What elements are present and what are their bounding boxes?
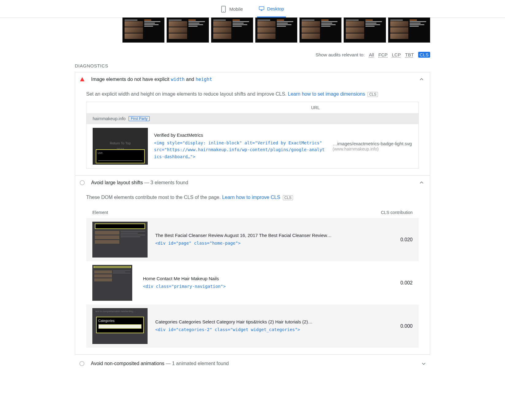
element-cell: The Best Facial Cleanser Review August 1… bbox=[155, 233, 377, 246]
audit-layout-shifts-title: Avoid large layout shifts — 3 elements f… bbox=[91, 180, 188, 185]
filter-all[interactable]: All bbox=[369, 52, 374, 57]
element-cell: Categories Categories Select Category Ha… bbox=[155, 319, 377, 333]
audit-non-composited-header[interactable]: Avoid non-composited animations — 1 anim… bbox=[75, 355, 430, 372]
tab-mobile-label: Mobile bbox=[229, 6, 243, 12]
element-screenshot: Return To Top 2023 use. bbox=[93, 128, 148, 165]
audit-description: These DOM elements contribute most to th… bbox=[86, 190, 419, 205]
table-row: The Best Facial Cleanser Review August 1… bbox=[86, 218, 419, 261]
url-table: URL hairnmakeup.info First Party Return … bbox=[86, 102, 419, 169]
chevron-up-icon bbox=[419, 77, 424, 82]
audit-layout-shifts-body: These DOM elements contribute most to th… bbox=[75, 190, 430, 354]
svg-point-3 bbox=[80, 181, 84, 185]
filter-lcp[interactable]: LCP bbox=[392, 52, 401, 57]
element-screenshot bbox=[92, 265, 132, 301]
learn-link[interactable]: Learn how to improve CLS bbox=[222, 195, 280, 200]
learn-link[interactable]: Learn how to set image dimensions bbox=[288, 91, 365, 97]
table-row: text in comprehensible handwriting… Cate… bbox=[86, 304, 419, 348]
table-row: Return To Top 2023 use. Verified by Exac… bbox=[87, 124, 418, 168]
cls-value: 0.002 bbox=[385, 280, 413, 286]
svg-rect-2 bbox=[259, 7, 264, 10]
filmstrip-frame bbox=[344, 17, 386, 43]
chevron-up-icon bbox=[419, 181, 424, 185]
filmstrip-frame bbox=[388, 17, 430, 43]
cls-badge: CLS bbox=[283, 195, 293, 200]
audit-non-composited-title: Avoid non-composited animations — 1 anim… bbox=[91, 361, 229, 366]
filmstrip-frame bbox=[255, 17, 297, 43]
filter-fcp[interactable]: FCP bbox=[378, 52, 387, 57]
device-tabs: Mobile Desktop bbox=[0, 0, 505, 18]
filmstrip-frame bbox=[211, 17, 253, 43]
mobile-icon bbox=[221, 6, 226, 13]
domain-group: hairnmakeup.info First Party bbox=[87, 113, 418, 124]
cls-value: 0.020 bbox=[385, 237, 413, 242]
element-cell: Verified by ExactMetrics <img style="dis… bbox=[154, 132, 326, 160]
filmstrip-frame bbox=[122, 17, 164, 43]
filmstrip-frame bbox=[299, 17, 341, 43]
table-head: Element CLS contribution bbox=[86, 207, 419, 218]
tab-desktop-label: Desktop bbox=[267, 6, 284, 11]
info-icon bbox=[79, 361, 85, 366]
audit-layout-shifts-header[interactable]: Avoid large layout shifts — 3 elements f… bbox=[75, 175, 430, 190]
tab-mobile[interactable]: Mobile bbox=[219, 5, 245, 17]
chevron-down-icon bbox=[422, 361, 426, 366]
filter-cls[interactable]: CLS bbox=[418, 52, 430, 58]
code-snippet: <img style="display: inline-block" alt="… bbox=[154, 139, 326, 160]
first-party-badge: First Party bbox=[129, 116, 150, 121]
code-snippet: <div id="page" class="home-page"> bbox=[155, 240, 377, 246]
filmstrip-frame bbox=[167, 17, 209, 43]
element-screenshot: text in comprehensible handwriting… Cate… bbox=[92, 308, 148, 344]
audit-image-dimensions-title: Image elements do not have explicit widt… bbox=[91, 77, 212, 82]
diagnostics-heading: DIAGNOSTICS bbox=[75, 61, 430, 72]
element-cell: Home Contact Me Hair Makeup Nails <div c… bbox=[143, 276, 377, 290]
audit-image-dimensions-body: Set an explicit width and height on imag… bbox=[75, 86, 430, 175]
info-icon bbox=[79, 180, 85, 185]
fail-icon bbox=[79, 77, 85, 82]
table-head: URL bbox=[87, 102, 418, 113]
audit-image-dimensions-header[interactable]: Image elements do not have explicit widt… bbox=[75, 72, 430, 86]
svg-point-1 bbox=[223, 11, 224, 12]
code-snippet: <div class="primary-navigation"> bbox=[143, 283, 377, 290]
filmstrip bbox=[75, 17, 430, 43]
desktop-icon bbox=[259, 5, 264, 12]
filter-tbt[interactable]: TBT bbox=[405, 52, 414, 57]
audit-filter: Show audits relevant to: All FCP LCP TBT… bbox=[75, 43, 430, 61]
audit-description: Set an explicit width and height on imag… bbox=[86, 86, 419, 102]
diagnostics-box: Image elements do not have explicit widt… bbox=[75, 72, 430, 355]
url-cell: …images/exactmetrics-badge-light.svg (ww… bbox=[333, 141, 412, 151]
element-screenshot bbox=[92, 222, 148, 258]
cls-value: 0.000 bbox=[385, 323, 413, 329]
tab-desktop[interactable]: Desktop bbox=[257, 5, 286, 17]
table-row: Home Contact Me Hair Makeup Nails <div c… bbox=[86, 261, 419, 304]
cls-badge: CLS bbox=[368, 92, 378, 97]
svg-point-4 bbox=[80, 361, 84, 366]
filter-label: Show audits relevant to: bbox=[316, 52, 365, 57]
code-snippet: <div id="categories-2" class="widget wid… bbox=[155, 326, 377, 333]
